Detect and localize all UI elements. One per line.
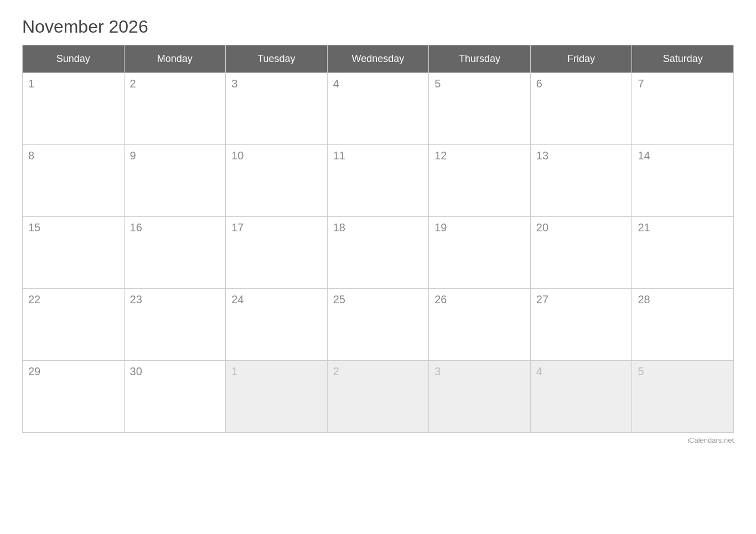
calendar-day-cell: 14 <box>632 145 734 217</box>
calendar-day-cell: 12 <box>429 145 531 217</box>
calendar-day-cell: 3 <box>429 361 531 433</box>
watermark: iCalendars.net <box>22 436 734 444</box>
calendar-day-cell: 8 <box>23 145 125 217</box>
calendar-title: November 2026 <box>22 17 734 37</box>
calendar-table: SundayMondayTuesdayWednesdayThursdayFrid… <box>22 45 734 433</box>
calendar-day-cell: 22 <box>23 289 125 361</box>
calendar-day-cell: 13 <box>530 145 632 217</box>
calendar-header-friday: Friday <box>530 45 632 73</box>
calendar-day-cell: 27 <box>530 289 632 361</box>
calendar-day-cell: 19 <box>429 217 531 289</box>
calendar-day-cell: 5 <box>429 73 531 145</box>
calendar-day-cell: 9 <box>124 145 226 217</box>
calendar-day-cell: 2 <box>124 73 226 145</box>
calendar-day-cell: 29 <box>23 361 125 433</box>
calendar-day-cell: 3 <box>226 73 328 145</box>
calendar-day-cell: 4 <box>530 361 632 433</box>
calendar-day-cell: 30 <box>124 361 226 433</box>
calendar-day-cell: 1 <box>23 73 125 145</box>
calendar-header-monday: Monday <box>124 45 226 73</box>
calendar-day-cell: 4 <box>327 73 429 145</box>
calendar-day-cell: 6 <box>530 73 632 145</box>
calendar-day-cell: 18 <box>327 217 429 289</box>
calendar-day-cell: 11 <box>327 145 429 217</box>
calendar-header-sunday: Sunday <box>23 45 125 73</box>
calendar-day-cell: 15 <box>23 217 125 289</box>
calendar-header-wednesday: Wednesday <box>327 45 429 73</box>
calendar-header-thursday: Thursday <box>429 45 531 73</box>
calendar-day-cell: 16 <box>124 217 226 289</box>
calendar-week-row: 22232425262728 <box>23 289 734 361</box>
calendar-day-cell: 5 <box>632 361 734 433</box>
calendar-day-cell: 24 <box>226 289 328 361</box>
calendar-day-cell: 10 <box>226 145 328 217</box>
calendar-day-cell: 26 <box>429 289 531 361</box>
calendar-week-row: 293012345 <box>23 361 734 433</box>
calendar-week-row: 1234567 <box>23 73 734 145</box>
calendar-day-cell: 7 <box>632 73 734 145</box>
calendar-day-cell: 17 <box>226 217 328 289</box>
calendar-day-cell: 1 <box>226 361 328 433</box>
calendar-week-row: 15161718192021 <box>23 217 734 289</box>
calendar-day-cell: 25 <box>327 289 429 361</box>
calendar-day-cell: 21 <box>632 217 734 289</box>
calendar-day-cell: 20 <box>530 217 632 289</box>
calendar-day-cell: 23 <box>124 289 226 361</box>
calendar-week-row: 891011121314 <box>23 145 734 217</box>
calendar-day-cell: 2 <box>327 361 429 433</box>
calendar-header-row: SundayMondayTuesdayWednesdayThursdayFrid… <box>23 45 734 73</box>
calendar-day-cell: 28 <box>632 289 734 361</box>
calendar-header-tuesday: Tuesday <box>226 45 328 73</box>
calendar-header-saturday: Saturday <box>632 45 734 73</box>
